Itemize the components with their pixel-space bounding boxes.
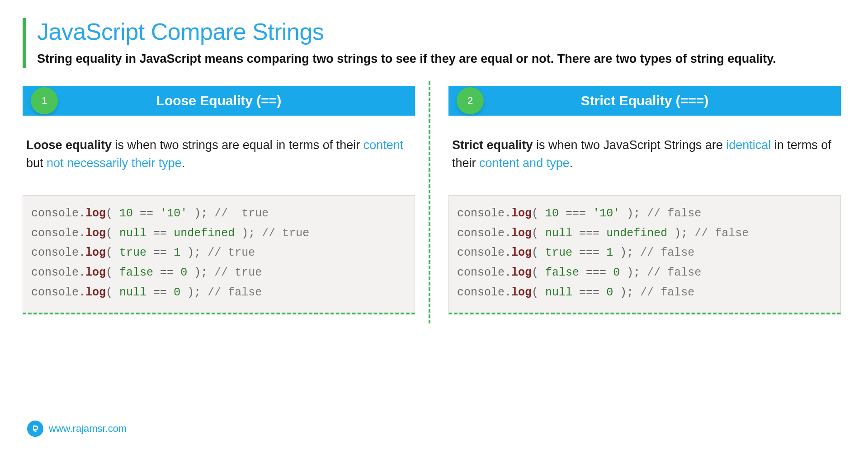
desc-highlight-type: not necessarily their type	[47, 156, 182, 170]
desc-bold: Strict equality	[452, 138, 533, 152]
desc-highlight-content: content	[363, 138, 404, 152]
column-loose-equality: 1 Loose Equality (==) Loose equality is …	[23, 86, 429, 314]
section-bar-loose: 1 Loose Equality (==)	[23, 86, 415, 116]
column-strict-equality: 2 Strict Equality (===) Strict equality …	[430, 86, 841, 314]
site-url: www.rajamsr.com	[49, 423, 127, 435]
section-bar-label: Loose Equality (==)	[156, 93, 282, 108]
loose-description: Loose equality is when two strings are e…	[23, 136, 415, 173]
desc-text: .	[570, 156, 573, 170]
code-block-loose: console.log( 10 == '10' ); // true conso…	[23, 195, 415, 314]
page-subtitle: String equality in JavaScript means comp…	[37, 51, 841, 68]
desc-highlight-identical: identical	[726, 138, 771, 152]
columns: 1 Loose Equality (==) Loose equality is …	[23, 86, 841, 314]
badge-2: 2	[457, 87, 484, 114]
page-title: JavaScript Compare Strings	[37, 18, 841, 45]
section-bar-strict: 2 Strict Equality (===)	[448, 86, 841, 116]
desc-bold: Loose equality	[26, 138, 112, 152]
strict-description: Strict equality is when two JavaScript S…	[448, 136, 841, 173]
desc-text: but	[26, 156, 47, 170]
header: JavaScript Compare Strings String equali…	[23, 18, 841, 68]
section-bar-label: Strict Equality (===)	[581, 93, 709, 108]
desc-text: is when two JavaScript Strings are	[533, 138, 726, 152]
badge-1: 1	[31, 87, 58, 114]
code-block-strict: console.log( 10 === '10' ); // false con…	[448, 195, 841, 314]
logo-icon	[27, 421, 43, 437]
desc-highlight-content-type: content and type	[479, 156, 570, 170]
desc-text: .	[182, 156, 185, 170]
footer: www.rajamsr.com	[27, 421, 127, 437]
desc-text: is when two strings are equal in terms o…	[112, 138, 363, 152]
